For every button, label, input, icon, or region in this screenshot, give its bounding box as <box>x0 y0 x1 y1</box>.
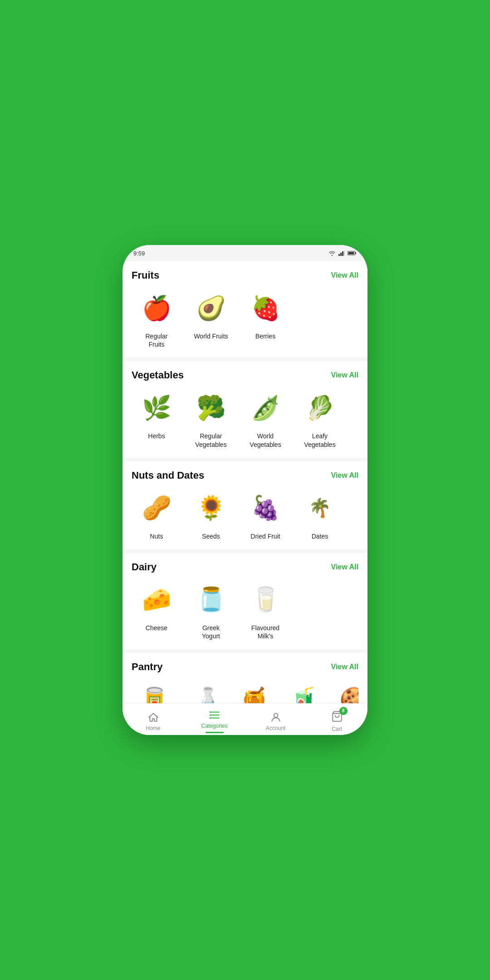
veg-label-1: RegularVegetables <box>195 432 226 448</box>
cart-badge-wrapper: 8 <box>331 710 343 724</box>
account-icon <box>270 711 282 723</box>
view-all-fruits[interactable]: View All <box>331 271 358 279</box>
list-item[interactable]: 🍪 Snacks <box>331 679 358 703</box>
nut-img-0: 🥜 <box>134 488 179 529</box>
view-all-dairy[interactable]: View All <box>331 563 358 571</box>
list-item[interactable]: 🫙 GreekYogurt <box>186 579 236 640</box>
list-item[interactable]: 🥜 Nuts <box>132 488 181 540</box>
section-title-fruits: Fruits <box>132 270 159 281</box>
divider-1 <box>122 358 368 361</box>
svg-point-12 <box>209 717 211 719</box>
veg-label-3: LeafyVegetables <box>304 432 335 448</box>
dairy-label-2: FlavouredMilk's <box>251 624 279 640</box>
fruit-label-1: World Fruits <box>194 332 228 340</box>
fruit-img-2: 🍓 <box>243 288 288 328</box>
svg-point-11 <box>209 714 211 715</box>
section-pantry: Pantry View All 🥫 Canned 🍶 Sauces 🍯 Spre… <box>122 653 368 703</box>
nut-img-4: 🥣 <box>352 488 358 529</box>
section-title-pantry: Pantry <box>132 661 162 673</box>
fruits-row[interactable]: 🍎 RegularFruits 🥑 World Fruits 🍓 Berries <box>132 288 358 354</box>
svg-rect-1 <box>340 253 342 256</box>
status-icons <box>328 250 357 256</box>
pantry-img-0: 🥫 <box>132 679 177 703</box>
svg-rect-3 <box>344 250 345 256</box>
section-header-vegetables: Vegetables View All <box>132 369 358 381</box>
list-item[interactable]: 🌴 Dates <box>295 488 345 540</box>
dairy-label-1: GreekYogurt <box>202 624 220 640</box>
list-item[interactable]: 🥦 RegularVegetables <box>186 387 236 448</box>
list-item[interactable]: 🧃 Drinks <box>281 679 327 703</box>
svg-point-13 <box>274 713 278 717</box>
list-item[interactable]: 🥑 World Fruits <box>186 288 236 348</box>
list-item[interactable]: 🥛 FlavouredMilk's <box>240 579 290 640</box>
section-header-nuts: Nuts and Dates View All <box>132 470 358 481</box>
cart-badge-count: 8 <box>339 707 348 715</box>
categories-icon <box>209 709 220 721</box>
divider-2 <box>122 458 368 461</box>
veg-img-0: 🌿 <box>134 387 179 428</box>
svg-point-10 <box>209 711 211 713</box>
list-item[interactable]: 🧀 Cheese <box>132 579 181 640</box>
list-item[interactable]: 🥬 LeafyVegetables <box>295 387 345 448</box>
section-header-pantry: Pantry View All <box>132 661 358 673</box>
list-item[interactable]: 🫑 SEss <box>349 387 358 448</box>
fruit-img-1: 🥑 <box>188 288 234 328</box>
list-item[interactable]: 🌿 Herbs <box>132 387 181 448</box>
fruit-label-2: Berries <box>255 332 275 340</box>
section-header-dairy: Dairy View All <box>132 561 358 573</box>
nav-item-account[interactable]: Account <box>245 708 306 731</box>
scroll-content[interactable]: Fruits View All 🍎 RegularFruits 🥑 World … <box>122 261 368 703</box>
divider-3 <box>122 549 368 553</box>
nut-label-3: Dates <box>312 532 328 540</box>
dairy-img-1: 🫙 <box>188 579 234 620</box>
list-item[interactable]: 🍓 Berries <box>240 288 290 348</box>
time: 9:59 <box>133 250 145 257</box>
list-item[interactable]: 🍎 RegularFruits <box>132 288 181 348</box>
svg-rect-0 <box>338 254 340 256</box>
nut-img-1: 🌻 <box>188 488 234 529</box>
fruit-img-0: 🍎 <box>134 288 179 328</box>
battery-icon <box>348 250 357 256</box>
dairy-row[interactable]: 🧀 Cheese 🫙 GreekYogurt 🥛 FlavouredMilk's <box>132 579 358 646</box>
nav-item-categories[interactable]: Categories <box>184 706 245 733</box>
vegetables-row[interactable]: 🌿 Herbs 🥦 RegularVegetables 🫛 WorldVeget… <box>132 387 358 454</box>
list-item[interactable]: 🍶 Sauces <box>181 679 227 703</box>
list-item[interactable]: 🌻 Seeds <box>186 488 236 540</box>
pantry-img-1: 🍶 <box>181 679 227 703</box>
svg-rect-5 <box>355 252 356 254</box>
nav-label-cart: Cart <box>332 726 342 732</box>
nuts-row[interactable]: 🥜 Nuts 🌻 Seeds 🍇 Dried Fruit 🌴 Dates 🥣 <box>132 488 358 546</box>
veg-img-2: 🫛 <box>243 387 288 428</box>
pantry-img-3: 🧃 <box>281 679 327 703</box>
wifi-icon <box>328 250 336 256</box>
list-item[interactable]: 🥣 Mi <box>349 488 358 540</box>
nut-label-2: Dried Fruit <box>250 532 280 540</box>
home-icon <box>147 711 159 723</box>
section-vegetables: Vegetables View All 🌿 Herbs 🥦 RegularVeg… <box>122 361 368 457</box>
bottom-nav: Home Categories Account <box>122 703 368 735</box>
nav-item-cart[interactable]: 8 Cart <box>306 707 368 732</box>
svg-rect-6 <box>348 252 354 255</box>
section-title-nuts: Nuts and Dates <box>132 470 204 481</box>
nav-item-home[interactable]: Home <box>122 708 184 731</box>
section-header-fruits: Fruits View All <box>132 270 358 281</box>
list-item[interactable]: 🍇 Dried Fruit <box>240 488 290 540</box>
nav-active-indicator <box>206 732 224 733</box>
nut-label-1: Seeds <box>202 532 220 540</box>
nut-img-2: 🍇 <box>243 488 288 529</box>
dairy-img-0: 🧀 <box>134 579 179 620</box>
list-item[interactable]: 🫛 WorldVegetables <box>240 387 290 448</box>
status-bar: 9:59 <box>122 245 368 261</box>
nut-img-3: 🌴 <box>297 488 343 529</box>
list-item[interactable]: 🍯 Spreads <box>231 679 277 703</box>
view-all-pantry[interactable]: View All <box>331 663 358 671</box>
phone-frame: 9:59 <box>122 245 368 735</box>
section-dairy: Dairy View All 🧀 Cheese 🫙 GreekYogurt 🥛 … <box>122 553 368 649</box>
pantry-row[interactable]: 🥫 Canned 🍶 Sauces 🍯 Spreads 🧃 Drinks 🍪 <box>132 679 358 703</box>
nav-label-account: Account <box>266 725 285 731</box>
veg-img-4: 🫑 <box>352 387 358 428</box>
view-all-nuts[interactable]: View All <box>331 471 358 480</box>
veg-img-1: 🥦 <box>188 387 234 428</box>
list-item[interactable]: 🥫 Canned <box>132 679 177 703</box>
view-all-vegetables[interactable]: View All <box>331 371 358 379</box>
